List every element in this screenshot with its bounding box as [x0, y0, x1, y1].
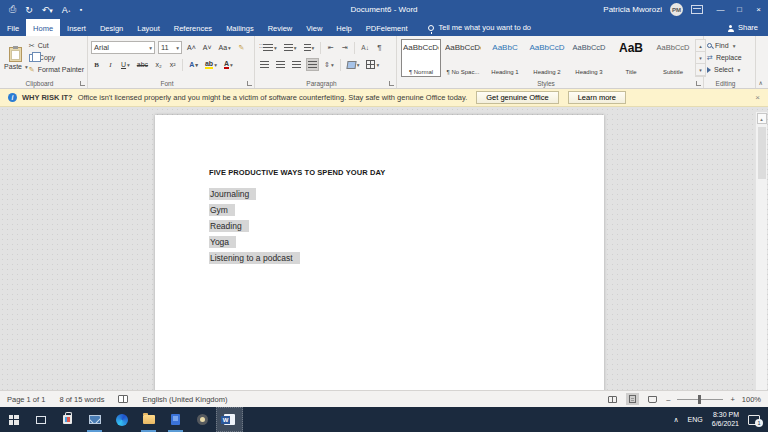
tab-layout[interactable]: Layout	[130, 19, 167, 36]
clock[interactable]: 8:30 PM 6/6/2021	[712, 411, 739, 428]
superscript-button[interactable]: x²	[167, 58, 178, 71]
paragraph-dialog-launcher-icon[interactable]	[389, 81, 394, 86]
web-layout-button[interactable]	[646, 393, 659, 405]
tab-insert[interactable]: Insert	[60, 19, 93, 36]
zoom-out-icon[interactable]: –	[666, 395, 670, 404]
show-hidden-icons[interactable]: ∧	[673, 416, 678, 424]
doc-line-podcast[interactable]: Listening to a podcast	[209, 253, 564, 269]
file-explorer-button[interactable]	[135, 407, 162, 432]
tab-help[interactable]: Help	[329, 19, 358, 36]
increase-indent-button[interactable]: ⇥	[339, 41, 350, 54]
tell-me-box[interactable]: Tell me what you want to do	[428, 19, 531, 36]
subscript-button[interactable]: x₂	[153, 58, 164, 71]
close-button[interactable]: ×	[749, 0, 768, 19]
grow-font-button[interactable]: A˄	[185, 41, 198, 54]
page-indicator[interactable]: Page 1 of 1	[7, 395, 45, 404]
print-layout-button[interactable]	[626, 393, 639, 405]
microsoft-store-button[interactable]	[54, 407, 81, 432]
get-genuine-office-button[interactable]: Get genuine Office	[476, 91, 558, 104]
tab-design[interactable]: Design	[93, 19, 130, 36]
tab-mailings[interactable]: Mailings	[219, 19, 261, 36]
language-indicator[interactable]: English (United Kingdom)	[142, 395, 227, 404]
style-heading-1[interactable]: AaBbC Heading 1	[485, 39, 525, 77]
style-normal[interactable]: AaBbCcDc ¶ Normal	[401, 39, 441, 77]
select-button[interactable]: Select▾	[707, 64, 742, 75]
doc-line-reading[interactable]: Reading	[209, 221, 564, 237]
align-center-button[interactable]	[274, 58, 287, 71]
document-page[interactable]: FIVE PRODUCTIVE WAYS TO SPEND YOUR DAY J…	[155, 115, 604, 390]
tab-references[interactable]: References	[167, 19, 219, 36]
tab-home[interactable]: Home	[26, 19, 60, 36]
scroll-up-icon[interactable]: ▴	[757, 113, 767, 124]
blue-app-button[interactable]	[162, 407, 189, 432]
change-case-button[interactable]: Aa▾	[217, 41, 233, 54]
justify-button[interactable]	[306, 58, 319, 71]
underline-button[interactable]: U▾	[119, 58, 132, 71]
tab-view[interactable]: View	[299, 19, 329, 36]
user-name[interactable]: Patricia Mworozi	[603, 5, 662, 14]
style-heading-3[interactable]: AaBbCcD Heading 3	[569, 39, 609, 77]
zoom-in-icon[interactable]: +	[730, 395, 734, 404]
document-heading[interactable]: FIVE PRODUCTIVE WAYS TO SPEND YOUR DAY	[209, 168, 564, 177]
clipboard-dialog-launcher-icon[interactable]	[80, 81, 85, 86]
doc-line-yoga[interactable]: Yoga	[209, 237, 564, 253]
style-title[interactable]: AaB Title	[611, 39, 651, 77]
ribbon-display-options-icon[interactable]	[691, 5, 703, 14]
styles-dialog-launcher-icon[interactable]	[696, 81, 701, 86]
style-no-spacing[interactable]: AaBbCcDc ¶ No Spac...	[443, 39, 483, 77]
replace-button[interactable]: ⇄ Replace	[707, 52, 742, 63]
learn-more-button[interactable]: Learn more	[568, 91, 626, 104]
cut-button[interactable]: ✂ Cut	[29, 40, 84, 51]
tab-pdfelement[interactable]: PDFelement	[359, 19, 415, 36]
shading-button[interactable]: ▾	[345, 58, 362, 71]
notification-center-icon[interactable]: 1	[748, 415, 760, 425]
redo-icon[interactable]: ↻	[25, 5, 33, 15]
dismiss-warning-icon[interactable]: ×	[755, 93, 760, 102]
font-size-select[interactable]: 11▾	[158, 41, 182, 54]
copy-button[interactable]: Copy	[29, 52, 84, 63]
font-family-select[interactable]: Arial▾	[91, 41, 155, 54]
italic-button[interactable]: I	[105, 58, 116, 71]
line-spacing-button[interactable]: ⇕▾	[322, 58, 336, 71]
style-subtitle[interactable]: AaBbCcD Subtitle	[653, 39, 693, 77]
format-painter-button[interactable]: ✎ Format Painter	[29, 64, 84, 75]
bold-button[interactable]: B	[91, 58, 102, 71]
undo-icon[interactable]: ↶▾	[42, 5, 53, 15]
circle-app-button[interactable]	[189, 407, 216, 432]
word-count[interactable]: 8 of 15 words	[59, 395, 104, 404]
start-button[interactable]	[0, 407, 27, 432]
restore-button[interactable]: □	[730, 0, 749, 19]
grow-font-icon[interactable]: A˔	[62, 5, 71, 15]
text-effects-button[interactable]: A▾	[187, 58, 200, 71]
find-button[interactable]: Find▾	[707, 40, 742, 51]
customize-qat-icon[interactable]: ▪	[80, 6, 82, 13]
bullets-button[interactable]: ▾	[258, 41, 279, 54]
multilevel-list-button[interactable]: ▾	[302, 41, 317, 54]
proofing-icon[interactable]	[118, 395, 128, 403]
style-heading-2[interactable]: AaBbCcD Heading 2	[527, 39, 567, 77]
show-hide-paragraph-button[interactable]: ¶	[374, 41, 385, 54]
language-switcher[interactable]: ENG	[688, 416, 703, 423]
scrollbar-thumb[interactable]	[758, 127, 766, 179]
shrink-font-button[interactable]: A˅	[201, 41, 214, 54]
task-view-button[interactable]	[27, 407, 54, 432]
vertical-scrollbar[interactable]: ▴	[755, 112, 767, 390]
align-right-button[interactable]	[290, 58, 303, 71]
read-mode-button[interactable]	[606, 393, 619, 405]
save-icon[interactable]: ⎙	[9, 4, 16, 15]
decrease-indent-button[interactable]: ⇤	[325, 41, 336, 54]
highlight-color-button[interactable]: ab▾	[203, 58, 219, 71]
zoom-slider-thumb[interactable]	[698, 395, 701, 404]
tab-review[interactable]: Review	[261, 19, 300, 36]
zoom-slider[interactable]	[677, 399, 723, 400]
font-color-button[interactable]: A▾	[222, 58, 235, 71]
zoom-level[interactable]: 100%	[742, 395, 761, 404]
font-dialog-launcher-icon[interactable]	[247, 81, 252, 86]
avatar[interactable]: PM	[670, 3, 683, 16]
edge-button[interactable]	[108, 407, 135, 432]
align-left-button[interactable]	[258, 58, 271, 71]
tab-file[interactable]: File	[0, 19, 26, 36]
minimize-button[interactable]: —	[711, 0, 730, 19]
mail-button[interactable]	[81, 407, 108, 432]
doc-line-journaling[interactable]: Journaling	[209, 189, 564, 205]
